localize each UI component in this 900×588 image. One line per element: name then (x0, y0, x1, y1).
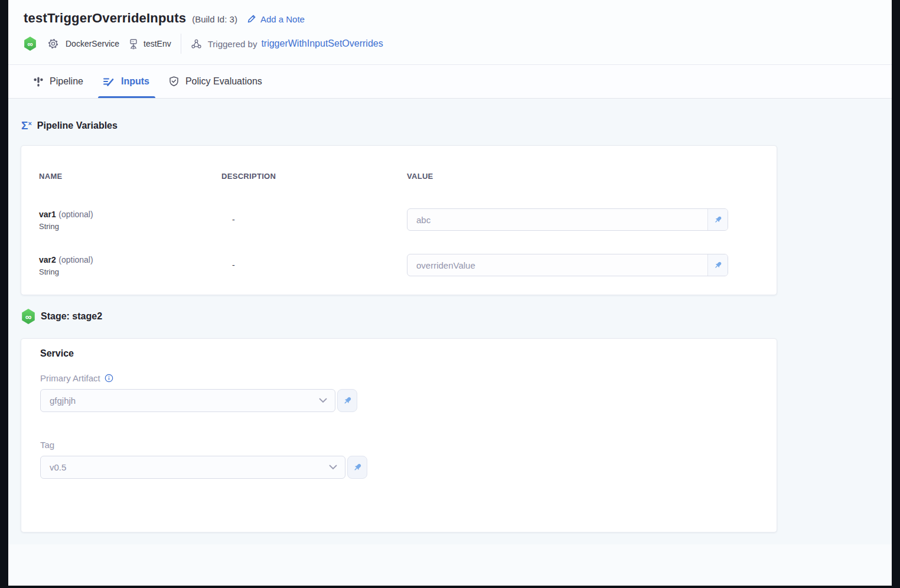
build-id-label: (Build Id: 3) (192, 14, 237, 24)
tab-pipeline[interactable]: Pipeline (34, 65, 83, 98)
pin-button[interactable] (707, 209, 728, 230)
variable-value-cell: abc (407, 208, 759, 231)
variable-qualifier: (optional) (58, 255, 93, 264)
pipeline-icon (34, 77, 43, 87)
header-divider (181, 34, 181, 54)
variable-value-input[interactable]: overridenValue (407, 254, 728, 276)
variable-description: - (221, 260, 407, 270)
pipeline-variables-card: NAME DESCRIPTION VALUE var1 (optional) S… (21, 145, 777, 295)
meta-row: ∞ DockerService (24, 34, 892, 53)
info-icon[interactable] (105, 374, 113, 383)
tab-inputs[interactable]: Inputs (103, 65, 149, 98)
tab-pipeline-label: Pipeline (50, 76, 83, 87)
variable-type: String (39, 267, 221, 276)
variable-description: - (221, 215, 407, 224)
pencil-icon (247, 14, 256, 24)
tag-label-row: Tag (40, 440, 759, 450)
stage-icon: ∞ (21, 309, 35, 324)
column-header-value: VALUE (407, 172, 759, 181)
variables-sigma-icon: Σ× (21, 120, 32, 131)
variable-name: var2 (39, 255, 56, 264)
variable-qualifier: (optional) (58, 210, 93, 219)
pin-button[interactable] (347, 456, 367, 479)
variable-value-input[interactable]: abc (407, 208, 728, 231)
environment-name-label: testEnv (144, 39, 171, 48)
pin-button[interactable] (337, 389, 357, 412)
pin-button[interactable] (707, 254, 728, 276)
bottom-spacer (8, 544, 892, 586)
tab-inputs-label: Inputs (121, 76, 149, 87)
column-header-description: DESCRIPTION (221, 172, 407, 181)
primary-artifact-select[interactable]: gfgjhjh (40, 389, 335, 412)
page-title: testTriggerOverrideInputs (24, 11, 186, 26)
environment-icon (128, 38, 139, 50)
shield-check-icon (169, 76, 179, 87)
variable-row-var1: var1 (optional) String - abc (39, 208, 759, 231)
chevron-down-icon (319, 398, 327, 403)
variable-name-cell: var2 (optional) String (39, 254, 221, 276)
primary-artifact-label-row: Primary Artifact (40, 373, 759, 383)
primary-artifact-label: Primary Artifact (40, 373, 100, 383)
stage-section-header: ∞ Stage: stage2 (21, 309, 892, 324)
service-card: Service Primary Artifact gfgjhjh (21, 338, 777, 533)
inputs-content: Σ× Pipeline Variables NAME DESCRIPTION V… (8, 99, 892, 533)
column-header-name: NAME (39, 172, 221, 181)
add-note-button[interactable]: Add a Note (247, 14, 305, 24)
trigger-webhook-icon (191, 38, 202, 50)
trigger-link[interactable]: triggerWithInputSetOverrides (261, 38, 383, 49)
inputs-icon (103, 76, 115, 87)
tab-bar: Pipeline Inputs (8, 65, 892, 99)
primary-artifact-row: gfgjhjh (40, 389, 759, 412)
variable-value-cell: overridenValue (407, 254, 759, 276)
stage-title: Stage: stage2 (41, 311, 102, 322)
chevron-down-icon (329, 465, 337, 470)
add-note-label: Add a Note (260, 14, 305, 24)
variable-type: String (39, 222, 221, 231)
screen: testTriggerOverrideInputs (Build Id: 3) … (0, 0, 900, 588)
pipeline-stage-icon: ∞ (24, 37, 37, 51)
tag-label: Tag (40, 440, 54, 450)
page-header: testTriggerOverrideInputs (Build Id: 3) … (8, 0, 892, 65)
tag-row: v0.5 (40, 456, 759, 479)
execution-page: testTriggerOverrideInputs (Build Id: 3) … (8, 0, 892, 586)
variable-row-var2: var2 (optional) String - overridenValue (39, 254, 759, 276)
pipeline-variables-section-header: Σ× Pipeline Variables (21, 120, 892, 131)
variable-name: var1 (39, 210, 56, 219)
triggered-by-label: Triggered by (208, 39, 257, 49)
title-row: testTriggerOverrideInputs (Build Id: 3) … (24, 8, 892, 28)
service-section-title: Service (40, 348, 759, 359)
tag-select[interactable]: v0.5 (40, 456, 345, 479)
variables-table-header: NAME DESCRIPTION VALUE (39, 146, 759, 181)
pipeline-variables-title: Pipeline Variables (37, 120, 118, 131)
service-name-label: DockerService (66, 39, 119, 48)
tab-policy-evaluations-label: Policy Evaluations (185, 76, 262, 87)
variable-name-cell: var1 (optional) String (39, 209, 221, 231)
gear-icon (47, 38, 59, 50)
tab-policy-evaluations[interactable]: Policy Evaluations (169, 65, 262, 98)
